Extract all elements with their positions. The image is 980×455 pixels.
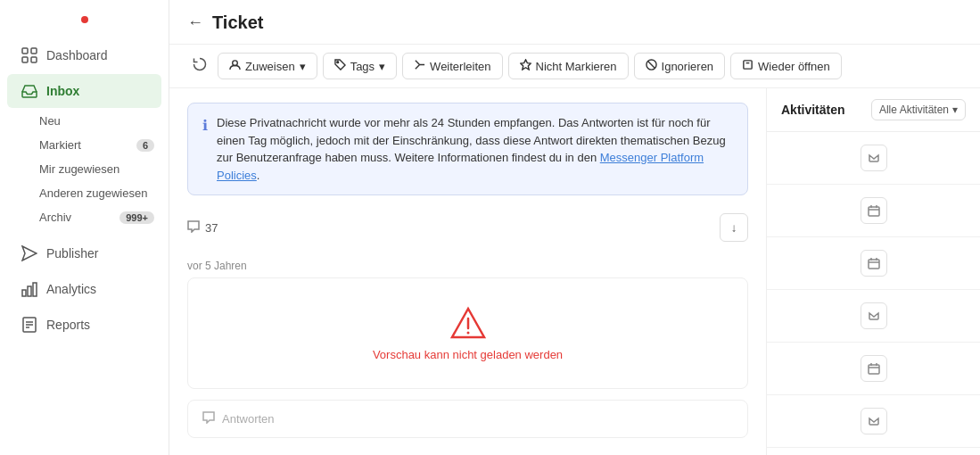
- svg-point-13: [336, 62, 338, 63]
- activity-chevron-icon: ▾: [952, 103, 958, 116]
- sidebar-sub-item-anderen-zugewiesen[interactable]: Anderen zugewiesen: [0, 181, 169, 205]
- reply-bar[interactable]: Antworten: [187, 400, 748, 438]
- sidebar-item-label-dashboard: Dashboard: [46, 48, 108, 62]
- bottom-avatars: [187, 449, 748, 455]
- sidebar-sub-label-archiv: Archiv: [39, 211, 71, 224]
- sidebar-sub-label-mir-zugewiesen: Mir zugewiesen: [39, 162, 119, 176]
- ticket-toolbar: Zuweisen ▾ Tags ▾ Weiterleiten: [169, 45, 980, 88]
- grid-icon: [21, 47, 37, 63]
- bar-chart-icon: [21, 281, 37, 297]
- file-text-icon: [21, 317, 37, 333]
- activity-item-4: [767, 290, 980, 343]
- main-panel: ← Ticket Zuweisen ▾ Tags ▾: [169, 0, 980, 455]
- svg-line-16: [647, 62, 654, 68]
- activity-filter-label: Alle Aktivitäten: [879, 103, 949, 116]
- svg-point-21: [466, 332, 469, 335]
- activity-item-3: [767, 237, 980, 290]
- reply-activity-icon: [861, 145, 887, 171]
- warning-icon: [450, 305, 486, 341]
- svg-marker-14: [520, 60, 530, 70]
- sidebar-item-label-reports: Reports: [46, 318, 90, 332]
- calendar-activity-icon-1: [861, 197, 887, 224]
- scroll-down-button[interactable]: ↓: [720, 213, 748, 242]
- activity-header: Aktivitäten Alle Aktivitäten ▾: [767, 99, 980, 132]
- forward-button[interactable]: Weiterleiten: [402, 53, 502, 79]
- sidebar-item-label-inbox: Inbox: [46, 84, 79, 98]
- info-banner: ℹ Diese Privatnachricht wurde vor mehr a…: [187, 103, 748, 195]
- forward-icon: [414, 59, 425, 73]
- calendar-activity-icon-3: [861, 355, 887, 382]
- sidebar-sub-item-mir-zugewiesen[interactable]: Mir zugewiesen: [0, 157, 169, 181]
- ignore-label: Ignorieren: [662, 60, 714, 73]
- activity-item-6: [767, 395, 980, 448]
- assign-button[interactable]: Zuweisen ▾: [218, 53, 317, 79]
- assign-label: Zuweisen: [245, 60, 295, 73]
- assign-chevron-icon: ▾: [300, 60, 306, 73]
- tags-button[interactable]: Tags ▾: [323, 53, 397, 79]
- svg-rect-0: [22, 48, 28, 54]
- forward-label: Weiterleiten: [430, 60, 490, 73]
- not-mark-icon: [520, 59, 531, 73]
- conversation-panel: ℹ Diese Privatnachricht wurde vor mehr a…: [169, 88, 766, 455]
- svg-rect-3: [31, 57, 37, 62]
- sidebar-sub-items: Neu Markiert 6 Mir zugewiesen Anderen zu…: [0, 109, 169, 229]
- sidebar-item-publisher[interactable]: Publisher: [7, 236, 161, 270]
- activity-item-2: [767, 185, 980, 237]
- sidebar-item-analytics[interactable]: Analytics: [7, 272, 161, 306]
- svg-rect-1: [31, 48, 37, 54]
- preview-error-text: Vorschau kann nicht geladen werden: [373, 348, 563, 361]
- tags-chevron-icon: ▾: [379, 60, 385, 73]
- tag-icon: [334, 59, 346, 73]
- not-mark-label: Nicht Markieren: [536, 60, 617, 73]
- chat-bubble-icon: [187, 220, 200, 236]
- sidebar-item-reports[interactable]: Reports: [7, 308, 161, 342]
- not-mark-button[interactable]: Nicht Markieren: [508, 53, 629, 79]
- reply-icon: [202, 411, 215, 426]
- refresh-button[interactable]: [187, 52, 212, 80]
- sidebar-item-dashboard[interactable]: Dashboard: [7, 38, 161, 72]
- sidebar: Dashboard Inbox Neu Markiert 6 Mir zugew…: [0, 0, 169, 455]
- svg-rect-17: [744, 61, 752, 69]
- sidebar-sub-item-markiert[interactable]: Markiert 6: [0, 133, 169, 157]
- sidebar-sub-item-archiv[interactable]: Archiv 999+: [0, 205, 169, 229]
- logo-dot: [81, 16, 88, 23]
- activity-title: Aktivitäten: [781, 103, 845, 117]
- sidebar-logo: [0, 7, 169, 37]
- svg-rect-22: [869, 207, 879, 216]
- calendar-activity-icon-2: [861, 250, 887, 277]
- back-button[interactable]: ←: [187, 13, 203, 32]
- info-text: Diese Privatnachricht wurde vor mehr als…: [217, 114, 733, 184]
- reply-activity-icon-2: [861, 302, 887, 329]
- content-area: ℹ Diese Privatnachricht wurde vor mehr a…: [169, 88, 980, 455]
- tags-label: Tags: [350, 60, 375, 73]
- message-card: Vorschau kann nicht geladen werden: [187, 277, 748, 389]
- reopen-label: Wieder öffnen: [758, 60, 830, 73]
- activity-item-1: [767, 132, 980, 185]
- message-count-value: 37: [205, 221, 218, 235]
- sidebar-sub-item-neu[interactable]: Neu: [0, 109, 169, 133]
- sidebar-item-label-publisher: Publisher: [46, 246, 98, 261]
- message-timestamp: vor 5 Jahren: [187, 260, 748, 272]
- sidebar-item-label-analytics: Analytics: [46, 282, 96, 296]
- message-count-bar: 37 ↓: [187, 206, 748, 249]
- message-count: 37: [187, 220, 218, 236]
- svg-marker-4: [22, 246, 37, 261]
- inbox-icon: [21, 83, 37, 99]
- activity-panel: Aktivitäten Alle Aktivitäten ▾: [766, 88, 980, 455]
- archiv-badge: 999+: [119, 211, 154, 224]
- svg-rect-30: [869, 365, 879, 374]
- send-icon: [21, 245, 37, 261]
- activity-item-5: [767, 343, 980, 395]
- ignore-icon: [646, 59, 657, 73]
- page-title: Ticket: [212, 12, 263, 33]
- activity-filter-button[interactable]: Alle Aktivitäten ▾: [871, 99, 966, 120]
- message-item: vor 5 Jahren Vorschau kann nicht geladen…: [187, 260, 748, 389]
- svg-rect-6: [28, 286, 31, 296]
- ignore-button[interactable]: Ignorieren: [634, 53, 726, 79]
- reopen-button[interactable]: Wieder öffnen: [730, 53, 842, 79]
- reopen-icon: [742, 59, 754, 73]
- ticket-header: ← Ticket: [169, 0, 980, 45]
- sidebar-item-inbox[interactable]: Inbox: [7, 74, 161, 108]
- info-icon: ℹ: [202, 115, 208, 136]
- sidebar-sub-label-anderen-zugewiesen: Anderen zugewiesen: [39, 186, 147, 200]
